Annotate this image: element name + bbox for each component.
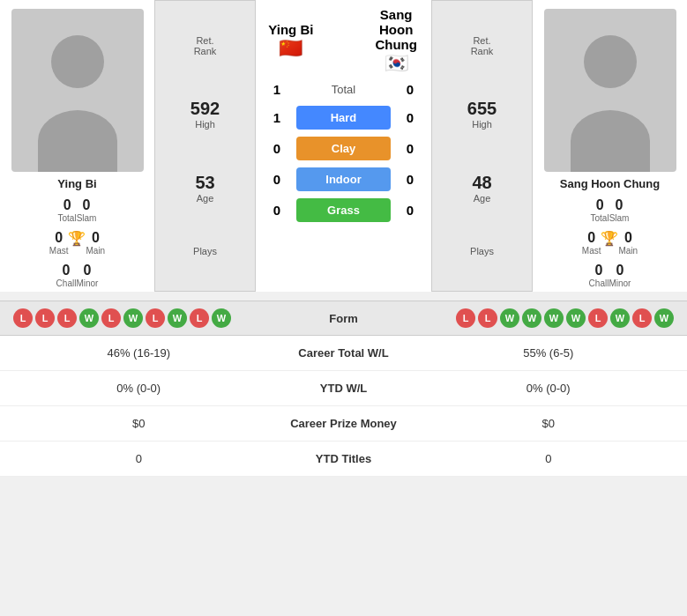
left-stat-main: 0 Main <box>86 230 105 256</box>
left-stats-row3: 0 Chall 0 Minor <box>56 263 99 288</box>
right-high-item: 655 High <box>467 99 497 130</box>
stat-center-label: YTD W/L <box>265 382 423 395</box>
total-label: Total <box>296 83 391 96</box>
career-stat-row: 46% (16-19) Career Total W/L 55% (6-5) <box>0 336 687 371</box>
stat-center-label: YTD Titles <box>265 452 423 465</box>
surface-left-count: 0 <box>265 203 289 218</box>
form-pill-l: L <box>13 308 33 328</box>
form-pill-l: L <box>478 308 497 328</box>
comparison-section: Ying Bi 0 Total 0 Slam 0 Mast 🏆 <box>0 0 687 292</box>
right-total-count: 0 <box>398 82 422 97</box>
left-age-item: 53 Age <box>195 173 214 204</box>
left-trophy-icon: 🏆 <box>68 230 86 256</box>
form-pill-w: W <box>500 308 519 328</box>
stat-right-value: 0 <box>423 452 675 465</box>
surface-left-count: 1 <box>265 110 289 125</box>
surface-right-count: 0 <box>398 110 422 125</box>
stats-section: 46% (16-19) Career Total W/L 55% (6-5) 0… <box>0 336 687 477</box>
stat-right-value: 0% (0-0) <box>423 382 675 395</box>
right-stat-mast: 0 Mast <box>582 230 601 256</box>
right-stat-main: 0 Main <box>618 230 638 256</box>
career-stat-row: 0% (0-0) YTD W/L 0% (0-0) <box>0 371 687 406</box>
left-stats-row1: 0 Total 0 Slam <box>58 197 97 223</box>
left-player-name-top: Ying Bi <box>265 22 317 37</box>
left-stat-total: 0 Total <box>58 197 77 223</box>
left-stat-mast: 0 Mast <box>49 230 69 256</box>
left-total-count: 1 <box>265 82 289 97</box>
right-stat-chall: 0 Chall <box>589 263 609 288</box>
form-pill-w: W <box>610 308 630 328</box>
right-avatar <box>544 9 676 172</box>
surface-left-count: 0 <box>265 172 289 187</box>
right-avatar-head <box>584 35 637 88</box>
right-stat-slam: 0 Slam <box>609 197 630 223</box>
surface-pill-indoor: Indoor <box>296 167 391 191</box>
player-names-header: Ying Bi 🇨🇳 Sang Hoon Chung 🇰🇷 <box>256 0 431 77</box>
right-age-item: 48 Age <box>472 173 491 204</box>
form-pill-l: L <box>588 308 608 328</box>
surface-right-count: 0 <box>398 141 422 156</box>
stat-left-value: 0 <box>13 452 265 465</box>
stat-right-value: 55% (6-5) <box>423 346 675 360</box>
left-stats-row2: 0 Mast 🏆 0 Main <box>49 230 105 256</box>
right-player-header: Sang Hoon Chung 🇰🇷 <box>370 7 422 75</box>
surface-row-grass: 0 Grass 0 <box>265 198 422 222</box>
form-pill-l: L <box>101 308 121 328</box>
left-player-name: Ying Bi <box>57 177 96 190</box>
left-high-item: 592 High <box>190 99 220 130</box>
stat-right-value: $0 <box>423 417 675 430</box>
left-avatar <box>11 9 144 172</box>
right-plays-item: Plays <box>470 246 494 256</box>
form-pill-w: W <box>168 308 187 328</box>
form-pill-l: L <box>35 308 55 328</box>
left-rank-item: Ret. Rank <box>194 35 217 56</box>
stat-center-label: Career Prize Money <box>265 417 423 430</box>
right-stat-minor: 0 Minor <box>609 263 631 288</box>
left-detail-box: Ret. Rank 592 High 53 Age Plays <box>154 0 256 292</box>
left-player-section: Ying Bi 0 Total 0 Slam 0 Mast 🏆 <box>0 0 154 292</box>
right-trophy-icon: 🏆 <box>601 230 618 256</box>
surface-rows: 1 Hard 0 0 Clay 0 0 Indoor 0 0 Grass 0 <box>256 102 431 226</box>
stat-left-value: $0 <box>13 417 265 430</box>
surface-right-count: 0 <box>398 203 422 218</box>
right-detail-box: Ret. Rank 655 High 48 Age Plays <box>431 0 533 292</box>
surface-row-clay: 0 Clay 0 <box>265 137 422 160</box>
right-stats-row2: 0 Mast 🏆 0 Main <box>582 230 638 256</box>
main-container: Ying Bi 0 Total 0 Slam 0 Mast 🏆 <box>0 0 687 477</box>
form-pill-w: W <box>654 308 674 328</box>
form-pill-w: W <box>212 308 231 328</box>
surface-right-count: 0 <box>398 172 422 187</box>
left-stat-chall: 0 Chall <box>56 263 77 288</box>
surface-pill-hard: Hard <box>296 106 391 130</box>
right-player-name: Sang Hoon Chung <box>560 177 660 190</box>
stat-left-value: 46% (16-19) <box>13 346 265 360</box>
right-stats-row3: 0 Chall 0 Minor <box>589 263 631 288</box>
right-player-section: Sang Hoon Chung 0 Total 0 Slam 0 Mast 🏆 <box>533 0 687 292</box>
career-stat-row: 0 YTD Titles 0 <box>0 442 687 477</box>
surface-row-indoor: 0 Indoor 0 <box>265 167 422 191</box>
form-pill-l: L <box>146 308 165 328</box>
right-stat-total: 0 Total <box>591 197 609 223</box>
form-pill-l: L <box>456 308 475 328</box>
right-form-pills: LLWWWWLWLW <box>388 308 675 328</box>
left-player-header: Ying Bi 🇨🇳 <box>265 22 317 60</box>
form-pill-w: W <box>123 308 143 328</box>
career-stat-row: $0 Career Prize Money $0 <box>0 406 687 442</box>
right-rank-item: Ret. Rank <box>471 35 494 56</box>
form-pill-l: L <box>632 308 652 328</box>
surface-pill-clay: Clay <box>296 137 391 160</box>
form-pill-l: L <box>190 308 209 328</box>
stat-center-label: Career Total W/L <box>265 346 423 360</box>
right-avatar-body <box>571 110 650 172</box>
stat-left-value: 0% (0-0) <box>13 382 265 395</box>
right-player-name-top: Sang Hoon Chung <box>370 7 422 52</box>
form-pill-w: W <box>79 308 99 328</box>
form-pill-l: L <box>57 308 77 328</box>
surface-left-count: 0 <box>265 141 289 156</box>
form-pill-w: W <box>544 308 564 328</box>
left-plays-item: Plays <box>193 246 217 256</box>
left-avatar-body <box>38 110 117 172</box>
form-pill-w: W <box>566 308 586 328</box>
total-row: 1 Total 0 <box>256 77 431 102</box>
center-surface-section: Ying Bi 🇨🇳 Sang Hoon Chung 🇰🇷 1 Total 0 … <box>256 0 431 292</box>
